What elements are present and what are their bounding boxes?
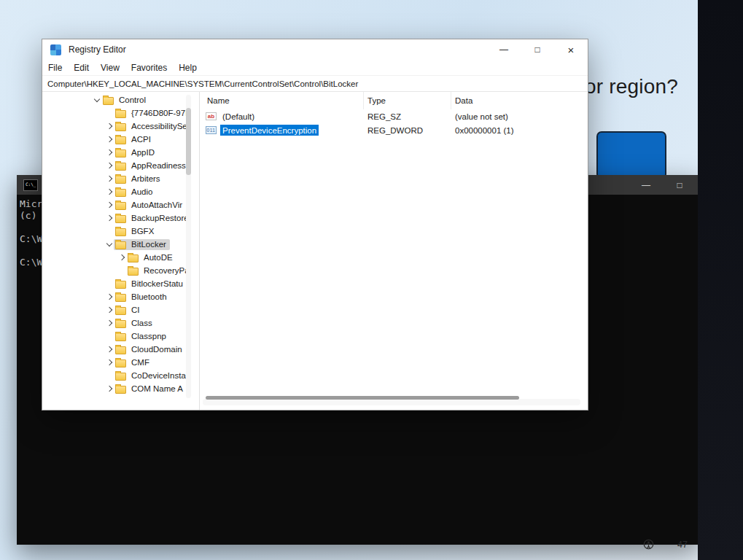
regedit-titlebar[interactable]: Registry Editor — □ ×	[42, 39, 588, 60]
tree-node-bgfx[interactable]: BGFX	[42, 225, 199, 238]
tree-node-label: BitlockerStatu	[130, 279, 184, 288]
chevron-right-icon[interactable]	[104, 163, 114, 168]
registry-value-row[interactable]: ab(Default)REG_SZ(value not set)	[200, 109, 588, 123]
registry-tree-pane: Control{7746D80F-97EAccessibilitySeACPIA…	[42, 92, 200, 410]
chevron-right-icon[interactable]	[104, 124, 114, 128]
tree-node-label: BitLocker	[130, 240, 168, 249]
regedit-caption-buttons: — □ ×	[487, 39, 588, 60]
folder-icon	[115, 149, 126, 158]
tree-node-audio[interactable]: Audio	[42, 185, 199, 198]
folder-icon	[115, 110, 126, 118]
registry-tree: Control{7746D80F-97EAccessibilitySeACPIA…	[42, 93, 199, 395]
chevron-right-icon[interactable]	[104, 386, 114, 391]
value-data: 0x00000001 (1)	[451, 123, 588, 137]
tree-node-codeviceinsta[interactable]: CoDeviceInsta	[42, 369, 199, 382]
tree-node-label: Class	[130, 319, 154, 327]
tree-node-label: COM Name A	[130, 384, 184, 393]
tree-node-label: BackupRestore	[130, 214, 190, 222]
menu-favorites[interactable]: Favorites	[125, 63, 173, 73]
chevron-right-icon[interactable]	[104, 137, 114, 141]
tree-node-autode[interactable]: AutoDE	[42, 251, 199, 264]
tree-node-recoverypa[interactable]: RecoveryPa	[42, 264, 199, 277]
tree-node-backuprestore[interactable]: BackupRestore	[42, 211, 199, 225]
tree-node-label: AccessibilitySe	[130, 122, 189, 131]
ease-of-access-icon[interactable]	[643, 539, 654, 550]
registry-value-row[interactable]: 011PreventDeviceEncryptionREG_DWORD0x000…	[200, 123, 588, 137]
folder-icon	[115, 163, 126, 171]
console-minimize-button[interactable]: —	[629, 175, 663, 195]
tree-node-cmf[interactable]: CMF	[42, 356, 199, 369]
column-header-data[interactable]: Data	[451, 92, 588, 109]
chevron-right-icon[interactable]	[104, 347, 114, 351]
folder-icon	[128, 254, 139, 262]
chevron-right-icon[interactable]	[104, 295, 114, 299]
regedit-body: Control{7746D80F-97EAccessibilitySeACPIA…	[42, 92, 588, 410]
tree-node-arbiters[interactable]: Arbiters	[42, 172, 199, 185]
list-horizontal-scrollbar-thumb[interactable]	[206, 396, 519, 400]
tree-node-clouddomain[interactable]: CloudDomain	[42, 343, 199, 356]
tree-node-label: CloudDomain	[130, 345, 184, 354]
chevron-right-icon[interactable]	[104, 190, 114, 194]
tree-node-label: CMF	[130, 358, 151, 367]
regedit-menubar: FileEditViewFavoritesHelp	[42, 60, 588, 76]
tree-node-bitlockerstatu[interactable]: BitlockerStatu	[42, 277, 199, 290]
regedit-address-bar[interactable]: Computer\HKEY_LOCAL_MACHINE\SYSTEM\Curre…	[42, 76, 588, 92]
tree-node-classpnp[interactable]: Classpnp	[42, 330, 199, 343]
oobe-primary-button[interactable]	[596, 131, 666, 179]
chevron-down-icon[interactable]	[104, 243, 114, 246]
chevron-right-icon[interactable]	[104, 150, 114, 155]
folder-icon	[115, 320, 126, 328]
tree-node-ci[interactable]: CI	[42, 303, 199, 316]
chevron-right-icon[interactable]	[117, 255, 126, 260]
tree-node-bluetooth[interactable]: Bluetooth	[42, 290, 199, 303]
tree-node-com-name-a[interactable]: COM Name A	[42, 382, 199, 395]
chevron-right-icon[interactable]	[104, 203, 114, 207]
folder-icon	[115, 136, 126, 144]
regedit-maximize-button[interactable]: □	[521, 39, 554, 60]
column-header-type[interactable]: Type	[364, 92, 451, 109]
regedit-close-button[interactable]: ×	[554, 39, 588, 60]
tree-node-label: AppReadiness	[130, 161, 187, 170]
tree-node-bitlocker[interactable]: BitLocker	[42, 238, 199, 251]
chevron-right-icon[interactable]	[104, 321, 114, 325]
value-list-header: NameTypeData	[200, 92, 588, 109]
tree-node-appid[interactable]: AppID	[42, 146, 199, 159]
tree-node-label: AutoAttachVir	[130, 201, 184, 209]
footer-status-value[interactable]: 47	[677, 540, 688, 550]
tree-node-7746d80f-97e[interactable]: {7746D80F-97E	[42, 106, 199, 120]
tree-node-label: Audio	[130, 187, 154, 196]
folder-icon	[115, 333, 126, 341]
tree-node-acpi[interactable]: ACPI	[42, 133, 199, 146]
list-horizontal-scrollbar[interactable]	[203, 399, 580, 405]
tree-node-label: Bluetooth	[130, 292, 168, 301]
menu-view[interactable]: View	[95, 63, 125, 73]
tree-node-label: ACPI	[130, 135, 152, 144]
folder-icon	[115, 176, 126, 184]
tree-vertical-scrollbar-thumb[interactable]	[186, 108, 191, 175]
chevron-down-icon[interactable]	[92, 98, 101, 101]
menu-file[interactable]: File	[42, 63, 68, 73]
regedit-minimize-button[interactable]: —	[487, 39, 521, 60]
column-header-name[interactable]: Name	[200, 92, 364, 109]
folder-icon	[115, 359, 126, 368]
tree-node-autoattachvir[interactable]: AutoAttachVir	[42, 198, 199, 211]
cmd-icon	[23, 179, 38, 191]
folder-icon	[115, 215, 126, 223]
chevron-right-icon[interactable]	[104, 308, 114, 312]
screen-edge-dark-strip	[698, 0, 743, 560]
menu-help[interactable]: Help	[173, 63, 203, 73]
console-maximize-button[interactable]: □	[663, 175, 696, 195]
chevron-right-icon[interactable]	[104, 176, 114, 181]
folder-icon	[115, 281, 126, 289]
chevron-right-icon[interactable]	[104, 216, 114, 220]
tree-node-control[interactable]: Control	[42, 93, 199, 106]
menu-edit[interactable]: Edit	[68, 63, 95, 73]
tree-node-class[interactable]: Class	[42, 316, 199, 330]
reg-sz-icon: ab	[206, 112, 217, 120]
value-name: PreventDeviceEncryption	[220, 125, 319, 136]
chevron-right-icon[interactable]	[104, 360, 114, 365]
tree-node-accessibilityse[interactable]: AccessibilitySe	[42, 120, 199, 133]
tree-node-label: BGFX	[130, 227, 155, 236]
tree-node-label: RecoveryPa	[142, 266, 191, 275]
tree-node-appreadiness[interactable]: AppReadiness	[42, 159, 199, 172]
